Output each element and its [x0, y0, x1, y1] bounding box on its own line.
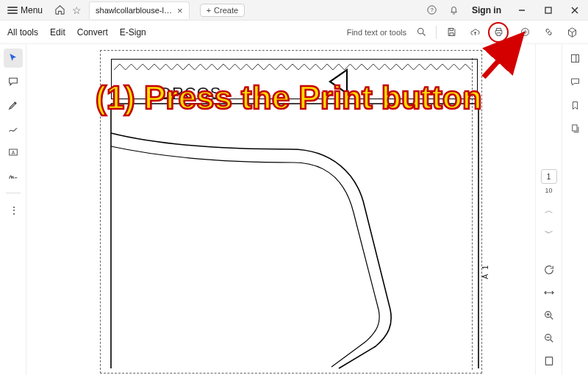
- fit-width-button[interactable]: [543, 287, 555, 301]
- comment-tool[interactable]: [4, 72, 23, 91]
- svg-point-6: [417, 29, 423, 35]
- page-view-icon: [543, 355, 555, 367]
- thumbnails-panel-button[interactable]: [567, 121, 584, 137]
- home-icon: [54, 4, 65, 15]
- window-close-button[interactable]: [564, 2, 585, 18]
- toolbar: All tools Edit Convert E-Sign Find text …: [0, 21, 588, 44]
- pencil-icon: [7, 123, 19, 135]
- right-panel-rail: [562, 44, 588, 375]
- sparkle-icon: [520, 26, 531, 38]
- help-button[interactable]: ?: [423, 2, 440, 18]
- highlighter-icon: [7, 99, 19, 111]
- link-button[interactable]: [539, 24, 557, 41]
- print-button[interactable]: [488, 22, 509, 43]
- comment-icon: [7, 76, 19, 88]
- divider: [436, 26, 437, 39]
- svg-rect-21: [573, 124, 577, 130]
- toolbar-all-tools[interactable]: All tools: [7, 27, 38, 38]
- pattern-outline: [111, 104, 478, 368]
- maximize-icon: [545, 7, 552, 14]
- document-tab[interactable]: shawlcollarblouse-lm.p... ×: [89, 1, 190, 19]
- zoom-out-icon: [543, 332, 555, 344]
- toolbar-edit[interactable]: Edit: [50, 27, 65, 38]
- close-icon: [571, 7, 578, 14]
- menu-label: Menu: [21, 5, 43, 15]
- save-icon: [446, 26, 457, 38]
- tab-close-button[interactable]: ×: [177, 6, 183, 15]
- svg-line-7: [423, 33, 425, 35]
- toolbar-convert[interactable]: Convert: [77, 27, 108, 38]
- menu-button[interactable]: Menu: [3, 4, 47, 17]
- text-box-icon: A: [7, 146, 19, 158]
- share-icon: [567, 26, 578, 38]
- titlebar: Menu ☆ shawlcollarblouse-lm.p... × + Cre…: [0, 0, 588, 21]
- rotate-icon: [543, 264, 555, 276]
- page-navigator: 1 10 ︿ ﹀: [535, 44, 562, 375]
- side-marker-label: A 1: [481, 264, 490, 279]
- chat-icon: [570, 76, 581, 88]
- page-number-input[interactable]: 1: [541, 169, 557, 184]
- search-icon: [416, 26, 427, 38]
- select-tool[interactable]: [4, 49, 23, 68]
- link-icon: [543, 26, 554, 38]
- svg-text:?: ?: [430, 7, 433, 13]
- svg-rect-18: [545, 357, 552, 365]
- window-maximize-button[interactable]: [538, 2, 559, 18]
- help-icon: ?: [426, 4, 437, 15]
- triangle-marker: [329, 68, 348, 95]
- tab-title: shawlcollarblouse-lm.p...: [96, 6, 173, 15]
- bookmark-icon: [570, 100, 581, 111]
- svg-line-12: [551, 317, 553, 319]
- upload-cloud-button[interactable]: [466, 24, 484, 41]
- signin-button[interactable]: Sign in: [467, 5, 506, 15]
- document-viewport[interactable]: DRCOS A 1: [26, 44, 535, 375]
- create-button[interactable]: + Create: [200, 4, 245, 17]
- svg-rect-3: [545, 7, 551, 13]
- highlight-tool[interactable]: [4, 96, 23, 115]
- bell-icon: [448, 4, 459, 15]
- hamburger-icon: [7, 7, 18, 14]
- page-down-button[interactable]: ﹀: [545, 227, 553, 240]
- divider: [6, 193, 21, 193]
- save-button[interactable]: [442, 24, 460, 41]
- print-icon: [493, 26, 504, 38]
- signature-tool[interactable]: [4, 166, 23, 185]
- create-label: Create: [214, 6, 238, 15]
- svg-line-16: [551, 340, 553, 342]
- window-minimize-button[interactable]: [512, 2, 532, 18]
- page-canvas: DRCOS A 1: [100, 50, 482, 374]
- panel-icon: [570, 53, 581, 64]
- rotate-button[interactable]: [543, 264, 555, 278]
- more-tools-button[interactable]: ⋮: [4, 201, 23, 220]
- toolbar-esign[interactable]: E-Sign: [120, 27, 146, 38]
- text-tool[interactable]: A: [4, 143, 23, 162]
- bookmarks-panel-button[interactable]: [567, 97, 584, 113]
- star-icon[interactable]: ☆: [72, 4, 82, 16]
- minimize-icon: [518, 7, 526, 14]
- draw-tool[interactable]: [4, 119, 23, 138]
- read-mode-button[interactable]: [543, 355, 555, 369]
- notification-button[interactable]: [445, 2, 462, 18]
- page-up-button[interactable]: ︿: [545, 204, 553, 217]
- left-tool-rail: A ⋮: [0, 44, 26, 375]
- plus-icon: +: [207, 6, 211, 15]
- comments-panel-button[interactable]: [567, 74, 584, 90]
- cloud-upload-icon: [470, 26, 481, 38]
- brand-text: DRCOS: [159, 84, 221, 103]
- zoom-in-icon: [543, 310, 555, 321]
- zigzag-decoration: [114, 63, 474, 71]
- signature-icon: [7, 170, 19, 182]
- zoom-out-button[interactable]: [543, 332, 555, 346]
- fit-width-icon: [543, 287, 555, 299]
- share-button[interactable]: [563, 24, 581, 41]
- search-button[interactable]: [412, 24, 430, 41]
- cursor-icon: [7, 52, 19, 64]
- svg-text:A: A: [11, 150, 15, 155]
- ai-assistant-button[interactable]: [516, 24, 534, 41]
- svg-rect-19: [572, 54, 579, 62]
- panels-button[interactable]: [567, 50, 584, 66]
- home-button[interactable]: [51, 2, 68, 18]
- page-total: 10: [545, 187, 552, 194]
- zoom-in-button[interactable]: [543, 310, 555, 324]
- pages-icon: [570, 124, 581, 135]
